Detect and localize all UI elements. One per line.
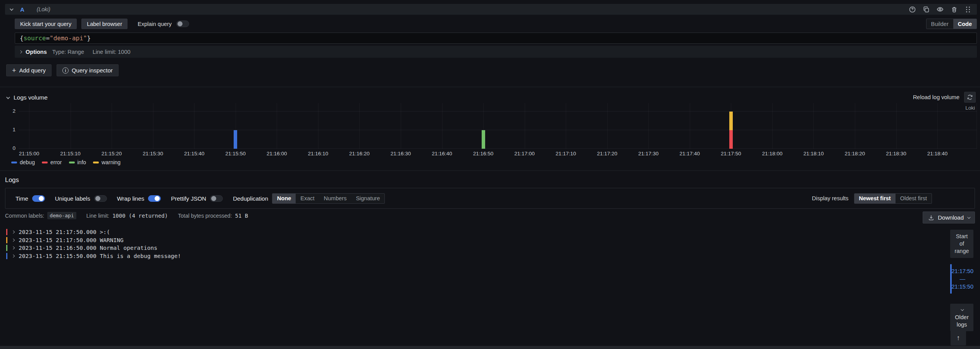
log-level-bar-error: [6, 229, 7, 235]
chart-x-tick-label: 21:16:30: [391, 151, 411, 156]
legend-label: info: [78, 159, 86, 165]
logs-volume-title: Logs volume: [14, 94, 48, 101]
display-results-group: Newest firstOldest first: [854, 193, 932, 204]
chart-x-tick-label: 21:15:40: [184, 151, 205, 156]
query-options-row[interactable]: Options Type: Range Line limit: 1000: [15, 46, 977, 58]
dedup-option-numbers[interactable]: Numbers: [319, 194, 351, 203]
download-button[interactable]: Download: [923, 211, 975, 223]
add-query-button[interactable]: + Add query: [6, 64, 52, 76]
logs-volume-chart: [19, 103, 977, 149]
older-logs-button[interactable]: Olderlogs: [950, 304, 973, 331]
query-row-actions: [908, 5, 972, 14]
bytes-processed-label: Total bytes processed:: [178, 213, 232, 219]
log-row-error[interactable]: 2023-11-15 21:17:50.000 >:(: [5, 228, 937, 236]
start-of-range-button[interactable]: Startofrange: [950, 230, 973, 258]
start-of-range-label: Startofrange: [954, 233, 969, 254]
chart-bar-debug: [234, 130, 237, 149]
chart-vgridline: [153, 103, 153, 149]
kick-start-query-button[interactable]: Kick start your query: [15, 19, 77, 29]
legend-item-error[interactable]: error: [42, 159, 62, 165]
explain-query-toggle[interactable]: [176, 21, 189, 27]
toggle-label: Time: [16, 195, 28, 202]
chart-vgridline: [772, 103, 773, 149]
chart-x-tick-label: 21:16:00: [267, 151, 287, 156]
scroll-to-top-button[interactable]: ↑: [951, 330, 966, 346]
add-query-label: Add query: [19, 67, 46, 74]
query-inspector-button[interactable]: i Query inspector: [57, 64, 119, 76]
chart-vgridline: [29, 103, 29, 149]
log-row-info[interactable]: 2023-11-15 21:16:50.000 Normal operation…: [5, 244, 937, 252]
dedup-option-none[interactable]: None: [272, 194, 296, 203]
log-expand-chevron-icon[interactable]: [12, 230, 15, 234]
dedup-label: Deduplication: [233, 195, 268, 202]
dedup-option-exact[interactable]: Exact: [296, 194, 319, 203]
chart-vgridline: [813, 103, 814, 149]
chart-x-tick-label: 21:17:40: [680, 151, 700, 156]
legend-item-debug[interactable]: debug: [11, 159, 35, 165]
dedup-option-signature[interactable]: Signature: [351, 194, 384, 203]
query-actions: + Add query i Query inspector: [6, 64, 119, 76]
chart-vgridline: [525, 103, 525, 149]
chart-vgridline: [607, 103, 608, 149]
chart-y-tick-label: 2: [5, 108, 16, 114]
display-option-newest-first[interactable]: Newest first: [854, 194, 896, 203]
help-icon[interactable]: [908, 5, 916, 14]
remove-query-trash-icon[interactable]: [950, 5, 958, 14]
log-rows: 2023-11-15 21:17:50.000 >:(2023-11-15 21…: [5, 228, 937, 260]
log-line-text: 2023-11-15 21:15:50.000 This is a debug …: [19, 253, 181, 259]
display-option-oldest-first[interactable]: Oldest first: [896, 194, 932, 203]
chart-vgridline: [112, 103, 112, 149]
dedup-options-group: NoneExactNumbersSignature: [272, 193, 385, 204]
log-line-text: 2023-11-15 21:16:50.000 Normal operation…: [19, 245, 157, 251]
logs-volume-collapse-icon[interactable]: [6, 95, 10, 99]
download-caret-icon: [967, 215, 970, 218]
chart-vgridline: [442, 103, 443, 149]
display-results-control: Display results Newest firstOldest first: [812, 193, 932, 204]
query-code-editor[interactable]: {source="demo-api"}: [15, 33, 977, 44]
log-level-bar-info: [6, 245, 7, 251]
chart-x-tick-label: 21:17:50: [721, 151, 741, 156]
toggle-switch-unique-labels[interactable]: [94, 195, 107, 202]
legend-swatch-debug: [11, 162, 17, 163]
query-token-rbrace: }: [87, 34, 91, 42]
collapse-query-row-icon[interactable]: [10, 7, 14, 11]
log-expand-chevron-icon[interactable]: [12, 246, 15, 249]
drag-handle-icon[interactable]: [964, 5, 972, 14]
chart-x-tick-label: 21:16:20: [349, 151, 370, 156]
toggle-label: Unique labels: [55, 195, 90, 202]
legend-item-warning[interactable]: warning: [93, 159, 121, 165]
page-footer-strip: [0, 346, 980, 349]
log-row-warning[interactable]: 2023-11-15 21:17:50.000 WARNING: [5, 236, 937, 244]
toggle-switch-time[interactable]: [32, 195, 45, 202]
chart-vgridline: [71, 103, 71, 149]
log-range-indicator[interactable]: 21:17:50 — 21:15:50: [950, 264, 973, 294]
editor-mode-code[interactable]: Code: [953, 19, 977, 29]
toggle-switch-prettify-json[interactable]: [210, 195, 223, 202]
duplicate-query-icon[interactable]: [922, 5, 930, 14]
log-row-debug[interactable]: 2023-11-15 21:15:50.000 This is a debug …: [5, 252, 937, 260]
logs-section: Logs TimeUnique labelsWrap linesPrettify…: [0, 170, 980, 346]
chart-vgridline: [648, 103, 649, 149]
logs-volume-header[interactable]: Logs volume: [6, 94, 48, 101]
log-level-bar-debug: [6, 253, 7, 259]
reload-log-volume-button[interactable]: [964, 92, 976, 103]
range-separator: —: [952, 276, 973, 282]
chart-x-tick-label: 21:16:40: [432, 151, 452, 156]
query-row-header[interactable]: A (Loki): [5, 4, 977, 15]
legend-label: error: [50, 159, 62, 165]
grafana-explore-screen: A (Loki) Kick start your query Label bro…: [0, 0, 980, 349]
legend-item-info[interactable]: info: [69, 159, 86, 165]
label-browser-button[interactable]: Label browser: [81, 19, 127, 29]
log-expand-chevron-icon[interactable]: [12, 254, 15, 258]
toggle-switch-wrap-lines[interactable]: [148, 195, 161, 202]
options-expand-icon[interactable]: [19, 50, 22, 53]
dedup-control: Deduplication NoneExactNumbersSignature: [233, 193, 385, 204]
hide-response-eye-icon[interactable]: [936, 5, 944, 14]
legend-label: debug: [20, 159, 35, 165]
query-token-label: source: [24, 34, 46, 42]
chart-vgridline: [855, 103, 855, 149]
datasource-name: (Loki): [37, 6, 50, 12]
log-expand-chevron-icon[interactable]: [12, 239, 15, 242]
editor-mode-builder[interactable]: Builder: [927, 19, 953, 29]
chart-vgridline: [277, 103, 277, 149]
